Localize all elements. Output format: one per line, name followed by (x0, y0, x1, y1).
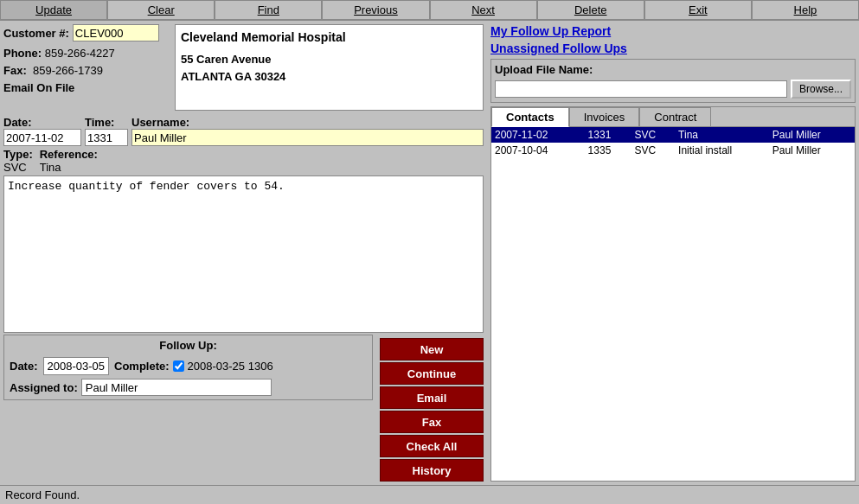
fax-line: Fax: 859-266-1739 (3, 62, 168, 80)
followup-date-label: Date: (10, 360, 38, 373)
menu-item-previous[interactable]: Previous (322, 0, 429, 20)
tab-invoices[interactable]: Invoices (569, 107, 640, 126)
upload-section: Upload File Name: Browse... (490, 59, 856, 103)
table-cell: 2007-10-04 (491, 143, 585, 158)
tabs-container: ContactsInvoicesContract 2007-11-021331S… (490, 106, 856, 482)
email-line: Email On File (3, 80, 168, 97)
tab-bar: ContactsInvoicesContract (491, 107, 855, 127)
main-content: Customer #: Phone: 859-266-4227 Fax: 859… (0, 21, 859, 485)
menu-item-help[interactable]: Help (752, 0, 859, 20)
report-link[interactable]: My Follow Up Report (490, 24, 856, 38)
table-cell: Paul Miller (769, 143, 855, 158)
new-button[interactable]: New (380, 338, 484, 360)
tab-contract[interactable]: Contract (639, 107, 711, 126)
check-all-button[interactable]: Check All (380, 435, 484, 457)
reference-value: Tina (40, 161, 98, 174)
assigned-row: Assigned to: (10, 379, 367, 396)
time-label: Time: (85, 116, 128, 129)
type-group: Type: SVC (3, 148, 33, 174)
followup-date-row: Date: 2008-03-05 Complete: 2008-03-25 13… (10, 357, 367, 375)
type-label: Type: (3, 148, 33, 161)
menu-item-update[interactable]: Update (0, 0, 107, 20)
time-input[interactable] (85, 129, 128, 146)
customer-info: Customer #: Phone: 859-266-4227 Fax: 859… (3, 24, 168, 97)
history-button[interactable]: History (380, 459, 484, 482)
customer-label: Customer #: (3, 27, 69, 40)
phone-line: Phone: 859-266-4227 (3, 45, 168, 62)
table-row[interactable]: 2007-10-041335SVCInitial installPaul Mil… (491, 143, 855, 158)
customer-id-input[interactable] (73, 24, 159, 41)
table-cell: 1331 (585, 127, 631, 143)
status-bar: Record Found. (0, 485, 859, 504)
unassigned-link[interactable]: Unassigned Follow Ups (490, 41, 856, 55)
company-address1: 55 Caren Avenue (181, 51, 478, 68)
complete-date: 2008-03-25 1306 (188, 360, 273, 373)
assigned-input[interactable] (81, 379, 272, 396)
time-group: Time: (85, 116, 128, 146)
followup-date-value: 2008-03-05 (43, 357, 110, 375)
table-cell: 2007-11-02 (491, 127, 585, 143)
complete-checkbox[interactable] (173, 360, 184, 372)
followup-box: Follow Up: Date: 2008-03-05 Complete: 20… (3, 335, 373, 400)
upload-input[interactable] (495, 80, 787, 98)
continue-button[interactable]: Continue (380, 362, 484, 385)
browse-button[interactable]: Browse... (791, 80, 851, 99)
fax-button[interactable]: Fax (380, 411, 484, 433)
company-name: Cleveland Memorial Hospital (181, 30, 478, 44)
tab-content: 2007-11-021331SVCTinaPaul Miller2007-10-… (491, 127, 855, 481)
phone-label: Phone: (3, 47, 42, 60)
menu-item-clear[interactable]: Clear (107, 0, 215, 20)
table-cell: Initial install (675, 143, 769, 158)
date-input[interactable] (3, 129, 81, 146)
email-label: Email On File (3, 81, 74, 94)
menu-item-next[interactable]: Next (430, 0, 537, 20)
phone-value: 859-266-4227 (45, 47, 115, 60)
fax-label: Fax: (3, 64, 27, 77)
action-buttons: NewContinueEmailFaxCheck AllHistory (380, 338, 484, 482)
complete-label: Complete: (114, 360, 170, 373)
customer-company-row: Customer #: Phone: 859-266-4227 Fax: 859… (3, 24, 484, 111)
type-ref-row: Type: SVC Reference: Tina (3, 148, 484, 174)
menu-item-delete[interactable]: Delete (537, 0, 644, 20)
customer-id-row: Customer #: (3, 24, 168, 41)
reference-label: Reference: (40, 148, 98, 161)
status-text: Record Found. (5, 488, 80, 501)
table-cell: Paul Miller (769, 127, 855, 143)
company-info: Cleveland Memorial Hospital 55 Caren Ave… (175, 24, 484, 111)
fax-value: 859-266-1739 (33, 64, 103, 77)
date-label: Date: (3, 116, 81, 129)
email-button[interactable]: Email (380, 386, 484, 409)
followup-title: Follow Up: (10, 339, 367, 352)
date-time-username-row: Date: Time: Username: (3, 116, 484, 146)
reference-group: Reference: Tina (40, 148, 98, 174)
right-panel: My Follow Up Report Unassigned Follow Up… (487, 21, 859, 485)
table-cell: SVC (631, 127, 675, 143)
username-group: Username: (131, 116, 484, 146)
contacts-table: 2007-11-021331SVCTinaPaul Miller2007-10-… (491, 127, 855, 158)
left-panel: Customer #: Phone: 859-266-4227 Fax: 859… (0, 21, 487, 485)
bottom-area: Follow Up: Date: 2008-03-05 Complete: 20… (3, 335, 484, 482)
upload-row: Browse... (495, 80, 851, 99)
type-value: SVC (3, 161, 33, 174)
username-input[interactable] (131, 129, 484, 146)
menu-bar: UpdateClearFindPreviousNextDeleteExitHel… (0, 0, 859, 21)
date-group: Date: (3, 116, 81, 146)
followup-complete: Complete: 2008-03-25 1306 (114, 360, 273, 373)
assigned-label: Assigned to: (10, 381, 78, 394)
notes-textarea[interactable] (3, 175, 484, 333)
upload-label: Upload File Name: (495, 63, 851, 76)
username-label: Username: (131, 116, 484, 129)
company-address2: ATLANTA GA 30324 (181, 68, 478, 86)
table-cell: Tina (675, 127, 769, 143)
menu-item-find[interactable]: Find (215, 0, 322, 20)
table-cell: 1335 (585, 143, 631, 158)
table-cell: SVC (631, 143, 675, 158)
tab-contacts[interactable]: Contacts (491, 107, 569, 127)
menu-item-exit[interactable]: Exit (644, 0, 752, 20)
table-row[interactable]: 2007-11-021331SVCTinaPaul Miller (491, 127, 855, 143)
